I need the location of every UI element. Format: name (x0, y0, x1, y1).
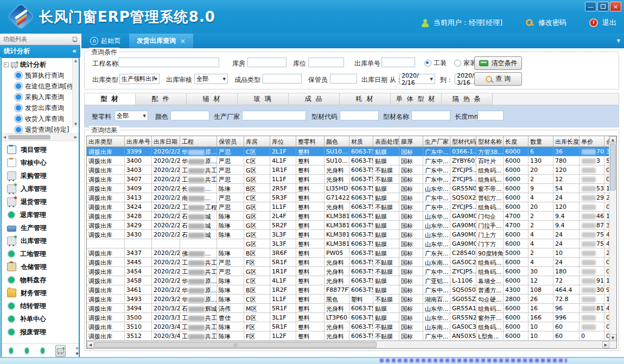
date-from-select[interactable]: 2020/ 2/16▼ (399, 74, 435, 84)
tree-collapse-icon[interactable] (4, 62, 9, 67)
close-button[interactable]: × (610, 2, 621, 11)
table-hscroll[interactable]: ◀ ||| ▶ (87, 341, 609, 348)
radio-home-decor[interactable]: 家装 (454, 59, 476, 68)
radio-industrial[interactable]: 工装 (424, 59, 447, 68)
column-header[interactable]: 出库日期 (152, 136, 180, 147)
search-button[interactable]: 查 询 (474, 72, 522, 86)
section-bar-statistics[interactable]: 统计分析 « (0, 45, 80, 57)
column-header[interactable]: 工程 (180, 136, 217, 147)
sidebar-item-11[interactable]: 财务管理 (2, 286, 79, 299)
table-row[interactable]: 调拨出库34282020/2/26石城陈琳G区2L4F整料KLM38176063… (87, 212, 609, 221)
sidebar-item-6[interactable]: 生产管理 (2, 221, 79, 234)
material-tab-3[interactable]: 玻 璃 (238, 93, 289, 105)
table-vscroll-thumb[interactable] (610, 144, 616, 190)
table-row[interactable]: 调拨出库34242020/2/26工工程严思G区1L1F整料光身料6063-T5… (87, 202, 609, 212)
column-header[interactable]: 型材名称 (476, 136, 504, 147)
sidebar-item-2[interactable]: 采购管理 (2, 169, 79, 182)
dot-icon[interactable] (24, 347, 30, 355)
sidebar-item-1[interactable]: 审核中心 (2, 156, 79, 169)
tree-item-2[interactable]: 采购入库查询 (2, 92, 79, 103)
tab-close-icon[interactable]: × (180, 37, 186, 45)
material-tab-1[interactable]: 配 件 (136, 93, 187, 105)
column-header[interactable]: 整零料 (296, 136, 324, 147)
sidebar-item-8[interactable]: 工地管理 (2, 247, 79, 260)
sidebar-item-14[interactable]: 报废管理 (2, 325, 79, 339)
warehouse-input[interactable] (247, 58, 286, 67)
table-row[interactable]: 调拨出库34032020/2/25工共工程严思G区1R1F整料光身料6063-T… (87, 165, 609, 175)
color-input[interactable] (170, 111, 209, 120)
product-type-input[interactable] (263, 74, 302, 84)
material-tab-7[interactable]: 隔 热 条 (442, 93, 493, 105)
tree-item-0[interactable]: 预算执行查询 (2, 70, 79, 81)
project-name-input[interactable] (118, 58, 219, 67)
collapse-icon[interactable]: « (72, 47, 77, 55)
table-row[interactable]: 调拨出库34542020/2/28工共工程严思G区1R1F整料光身料6063-T… (87, 267, 609, 276)
more-chevron[interactable]: »▾ (75, 346, 79, 356)
table-hscroll-thumb[interactable]: ||| (94, 342, 377, 348)
table-row[interactable]: 调拨出库34292020/2/26石城陈琳G区5R2F整料KLM38176063… (87, 221, 609, 230)
tree-root-statistics[interactable]: 统计分析 (2, 59, 79, 70)
minimize-button[interactable]: — (585, 2, 596, 11)
sidebar-item-12[interactable]: 结转管理 (2, 299, 79, 312)
column-header[interactable]: 型材代码 (450, 136, 476, 147)
table-row[interactable]: 调拨出库35122020/3/4工共工程陈琳F区1L2F整料光身料6063-T5… (87, 331, 609, 341)
sidebar-item-9[interactable]: 仓储管理 (2, 260, 79, 273)
table-row[interactable]: G区3L3F整料KLM38176063-T5贴膜国标山东华...GA90M09.… (87, 239, 609, 248)
column-header[interactable]: 膜厚 (399, 136, 423, 147)
change-password-link[interactable]: 修改密码 (538, 18, 566, 28)
manufacturer-input[interactable] (242, 111, 306, 120)
table-row[interactable]: 调拨出库34092020/2/25长...陈琳B区2R5F整料LI35HD606… (87, 184, 609, 193)
table-row[interactable]: 调拨出库34002020/2/25华原...严思C区4L1F整料SU10...6… (87, 156, 609, 165)
column-header[interactable]: 单价 (580, 136, 604, 147)
location-input[interactable] (308, 58, 344, 67)
column-header[interactable]: 表面处理 (373, 136, 399, 147)
column-header[interactable]: 长度 (504, 136, 529, 147)
column-header[interactable]: 库位 (270, 136, 296, 147)
column-header[interactable]: 出库单号 (125, 136, 152, 147)
dot-icon[interactable] (40, 347, 46, 355)
material-tab-6[interactable]: 单 体 型 材 (391, 93, 442, 105)
cart-quick-button[interactable] (55, 345, 66, 357)
table-row[interactable]: 调拨出库33992020/2/25华原...严思C区2L1F整料SU10...6… (87, 147, 609, 156)
sidebar-item-0[interactable]: 项目管理 (2, 143, 79, 156)
sidebar-item-4[interactable]: 退货管理 (2, 195, 79, 208)
table-row[interactable]: 调拨出库34302020/2/26石城陈琳G区3L3F整料KLM38176063… (87, 230, 609, 239)
tree-item-4[interactable]: 收货入库查询 (2, 113, 79, 124)
material-tab-5[interactable]: 耗 材 (340, 93, 391, 105)
tab-list-dropdown-icon[interactable]: ▼ (617, 39, 620, 43)
table-row[interactable]: 调拨出库34612020/2/28华原...陈琳B区1R2F整料F8877FT6… (87, 285, 609, 295)
maximize-button[interactable] (597, 2, 609, 11)
logout-link[interactable]: 退出 (602, 18, 616, 28)
sidebar-item-3[interactable]: 入库管理 (2, 182, 79, 195)
profile-code-input[interactable] (340, 111, 379, 120)
sidebar-item-13[interactable]: 补单中心 (2, 312, 79, 325)
dot-icon[interactable] (8, 347, 14, 355)
sidebar-item-10[interactable]: 物料盘存 (2, 273, 79, 286)
profile-name-input[interactable] (411, 111, 450, 120)
column-header[interactable]: 材质 (349, 136, 373, 147)
table-row[interactable]: 调拨出库34932020/3/2华原...陈琳C区1L1F整料黑色塑料不贴膜国标… (87, 295, 609, 304)
column-header[interactable]: 数量 (529, 136, 553, 147)
clear-conditions-button[interactable]: 清空条件 (474, 56, 522, 70)
column-header[interactable]: 出库长度 (553, 136, 580, 147)
tree-hscroll[interactable]: ◀▶ (2, 133, 79, 141)
table-row[interactable]: 调拨出库34452020/2/27工共工程严思F区5R1F整料光身料6063-T… (87, 258, 609, 267)
order-no-input[interactable] (381, 58, 415, 67)
column-header[interactable]: 出库类型 (87, 136, 125, 147)
column-header[interactable]: 颜色 (324, 136, 349, 147)
table-row[interactable]: 调拨出库34132020/2/26南...严思C区5R3F整料G71422606… (87, 193, 609, 202)
column-header[interactable]: 库房 (244, 136, 270, 147)
column-header[interactable]: 保管员 (217, 136, 244, 147)
sidebar-item-7[interactable]: 出库管理 (2, 234, 79, 247)
table-vscroll[interactable]: ▲ ▼ (609, 136, 616, 341)
column-header[interactable]: 生产厂家 (423, 136, 450, 147)
material-tab-0[interactable]: 型 材 (85, 93, 136, 105)
tab-home[interactable]: ⌂ 起始页 (81, 34, 129, 48)
length-input[interactable] (477, 111, 504, 120)
table-row[interactable]: 调拨出库34372020/2/27佛...陈琳B区3R6F整料PW056063-… (87, 248, 609, 258)
keeper-input[interactable] (330, 74, 357, 84)
audit-select[interactable]: 全部▼ (194, 74, 228, 84)
material-tab-4[interactable]: 成 品 (289, 93, 340, 105)
tree-item-1[interactable]: 在途信息查询[待 (2, 81, 79, 92)
table-row[interactable]: 调拨出库34072020/2/25工共工程严思G区1L1F整料光身料6063-T… (87, 175, 609, 184)
